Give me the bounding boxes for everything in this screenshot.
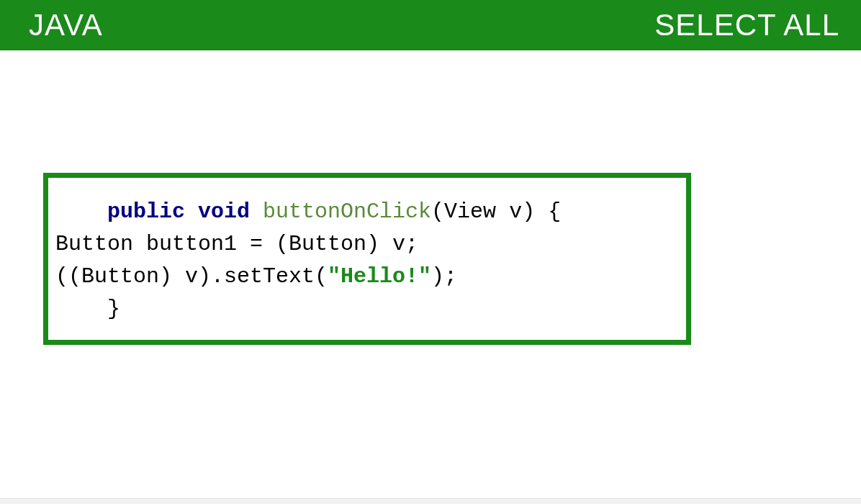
code-snippet-box[interactable]: public void buttonOnClick(View v) { Butt… [43, 173, 691, 345]
code-text: } [55, 297, 120, 321]
footer-divider [0, 498, 861, 504]
code-text: ((Button) v).setText( [55, 264, 328, 289]
code-keyword: public void [107, 199, 263, 224]
code-text: (View v) { [431, 199, 561, 224]
code-indent [55, 199, 107, 224]
language-label: JAVA [29, 8, 103, 42]
select-all-button[interactable]: SELECT ALL [654, 8, 839, 42]
content-area: public void buttonOnClick(View v) { Butt… [0, 50, 861, 345]
code-text: Button button1 = (Button) v; [55, 232, 418, 256]
code-snippet: public void buttonOnClick(View v) { Butt… [55, 196, 679, 325]
code-function-name: buttonOnClick [263, 199, 431, 224]
header-bar: JAVA SELECT ALL [0, 0, 861, 50]
code-text: ); [431, 264, 457, 289]
code-string: "Hello!" [328, 264, 431, 289]
